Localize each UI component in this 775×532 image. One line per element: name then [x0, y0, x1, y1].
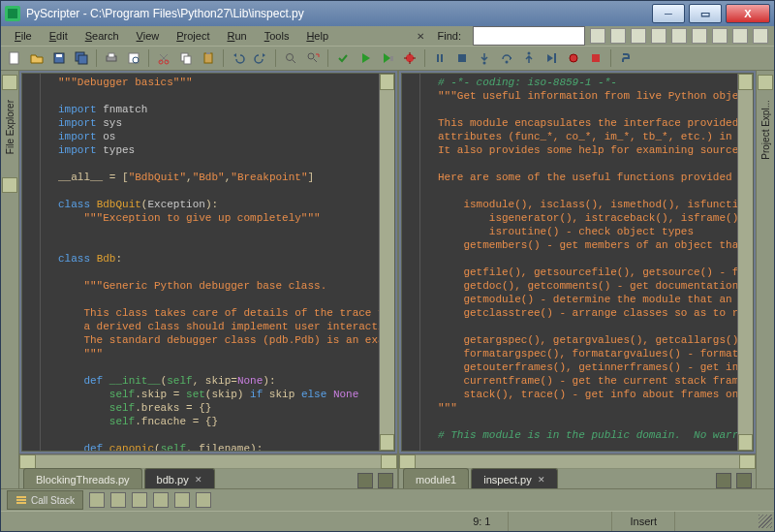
undo-icon[interactable] — [229, 48, 248, 68]
open-file-icon[interactable] — [27, 48, 46, 68]
left-vscroll[interactable] — [379, 74, 394, 451]
run-config-icon[interactable] — [378, 48, 397, 68]
svg-rect-20 — [441, 54, 443, 62]
svg-rect-30 — [16, 502, 26, 504]
svg-rect-14 — [206, 52, 210, 54]
stop-icon[interactable] — [452, 48, 472, 68]
maximize-button[interactable]: ▭ — [689, 4, 722, 23]
left-fold-margin[interactable] — [41, 74, 54, 451]
find-opt6-button[interactable] — [753, 28, 768, 44]
find-opt3-button[interactable] — [692, 28, 707, 44]
close-tab-icon[interactable]: ✕ — [538, 475, 545, 485]
svg-rect-13 — [204, 53, 212, 63]
menu-project[interactable]: Project — [169, 28, 217, 44]
close-button[interactable]: X — [726, 4, 770, 23]
find-input[interactable] — [473, 26, 585, 46]
find-opt2-button[interactable] — [671, 28, 687, 44]
python-version-icon[interactable] — [616, 48, 636, 68]
code-explorer-icon[interactable] — [2, 177, 17, 193]
print-icon[interactable] — [102, 48, 121, 68]
replace-icon[interactable] — [303, 48, 323, 68]
file-explorer-tab[interactable]: File Explorer — [5, 96, 16, 158]
find-prev-button[interactable] — [610, 28, 626, 44]
tab-close-icon[interactable] — [736, 473, 752, 488]
svg-rect-12 — [184, 56, 191, 64]
step-over-icon[interactable] — [497, 48, 516, 68]
tab-module1[interactable]: module1 — [403, 468, 469, 488]
svg-rect-27 — [592, 54, 600, 62]
resize-grip-icon[interactable] — [759, 515, 772, 528]
find-label: Find: — [430, 28, 469, 44]
menu-bar: File Edit Search View Project Run Tools … — [1, 26, 774, 46]
python-interpreter-icon[interactable] — [196, 492, 211, 508]
right-vscroll[interactable] — [737, 74, 753, 451]
toggle-breakpoint-icon[interactable] — [564, 48, 583, 68]
find-opt5-button[interactable] — [732, 28, 748, 44]
left-editor[interactable]: """Debugger basics""" import fnmatch imp… — [21, 73, 395, 452]
find-next-button[interactable] — [631, 28, 646, 44]
pause-icon[interactable] — [430, 48, 450, 68]
project-explorer-tab[interactable]: Project Expl... — [760, 96, 771, 164]
title-bar[interactable]: PyScripter - C:\Program Files\Python27\L… — [1, 1, 774, 26]
tab-close-icon[interactable] — [378, 473, 393, 488]
right-hscroll[interactable] — [399, 454, 756, 469]
save-all-icon[interactable] — [72, 48, 91, 68]
find-close-icon[interactable]: ✕ — [415, 30, 426, 42]
cut-icon[interactable] — [154, 48, 173, 68]
debug-icon[interactable] — [400, 48, 419, 68]
save-icon[interactable] — [49, 48, 69, 68]
variables-icon[interactable] — [89, 492, 105, 508]
redo-icon[interactable] — [251, 48, 270, 68]
new-file-icon[interactable] — [5, 48, 24, 68]
menu-edit[interactable]: Edit — [42, 28, 76, 44]
menu-tools[interactable]: Tools — [257, 28, 297, 44]
syntax-check-icon[interactable] — [333, 48, 353, 68]
svg-point-24 — [528, 52, 531, 55]
tab-list-icon[interactable] — [716, 473, 731, 488]
output-icon[interactable] — [153, 492, 169, 508]
svg-rect-19 — [437, 54, 439, 62]
paste-icon[interactable] — [199, 48, 218, 68]
close-tab-icon[interactable]: ✕ — [195, 475, 202, 485]
call-stack-tab[interactable]: Call Stack — [7, 490, 83, 510]
watches-icon[interactable] — [110, 492, 126, 508]
messages-icon[interactable] — [174, 492, 190, 508]
step-out-icon[interactable] — [519, 48, 539, 68]
menu-search[interactable]: Search — [78, 28, 127, 44]
find-icon[interactable] — [281, 48, 300, 68]
menu-view[interactable]: View — [129, 28, 168, 44]
find-opt1-button[interactable] — [651, 28, 666, 44]
tab-list-icon[interactable] — [357, 473, 373, 488]
project-explorer-icon[interactable] — [758, 75, 773, 90]
status-cursor-pos: 9: 1 — [455, 512, 509, 531]
right-fold-margin[interactable] — [420, 74, 434, 451]
find-opt4-button[interactable] — [712, 28, 728, 44]
right-code-area[interactable]: # -*- coding: iso-8859-1 -*- """Get usef… — [434, 74, 737, 451]
find-dropdown-button[interactable] — [590, 28, 605, 44]
tab-blockingthreads[interactable]: BlockingThreads.py — [23, 468, 142, 488]
right-editor[interactable]: # -*- coding: iso-8859-1 -*- """Get usef… — [401, 73, 754, 452]
stop-debug-icon[interactable] — [586, 48, 605, 68]
svg-rect-6 — [108, 53, 114, 57]
menu-run[interactable]: Run — [220, 28, 255, 44]
run-icon[interactable] — [356, 48, 375, 68]
left-sidebar: File Explorer — [1, 71, 19, 488]
print-preview-icon[interactable] — [124, 48, 143, 68]
menu-file[interactable]: File — [7, 28, 40, 44]
left-hscroll[interactable] — [19, 454, 397, 469]
tab-inspect[interactable]: inspect.py✕ — [471, 468, 558, 488]
status-extra — [675, 512, 759, 531]
breakpoints-icon[interactable] — [132, 492, 147, 508]
svg-point-18 — [406, 54, 414, 62]
minimize-button[interactable]: ─ — [652, 4, 685, 23]
run-to-cursor-icon[interactable] — [542, 48, 561, 68]
status-modified — [509, 512, 612, 531]
tab-bdb[interactable]: bdb.py✕ — [144, 468, 215, 488]
file-explorer-icon[interactable] — [2, 75, 17, 90]
main-toolbar — [1, 46, 774, 71]
copy-icon[interactable] — [176, 48, 196, 68]
step-into-icon[interactable] — [475, 48, 494, 68]
svg-rect-29 — [16, 499, 26, 501]
menu-help[interactable]: Help — [298, 28, 336, 44]
left-code-area[interactable]: """Debugger basics""" import fnmatch imp… — [54, 74, 379, 451]
